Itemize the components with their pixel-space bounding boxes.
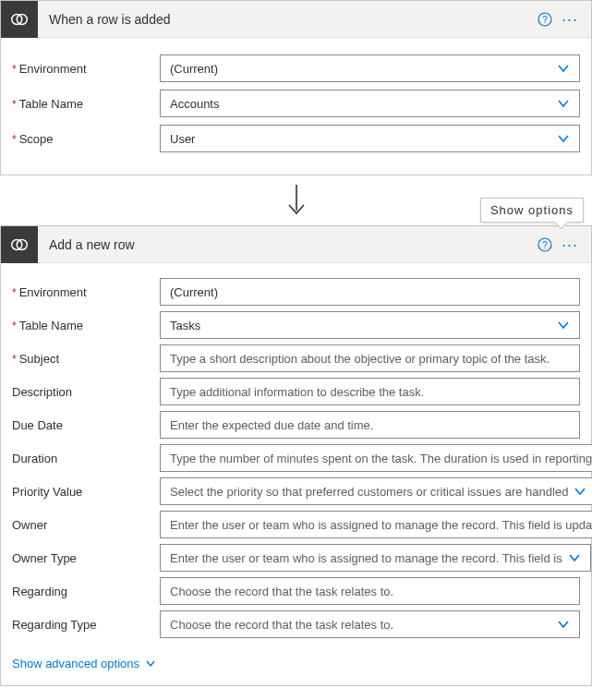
- duration-label: Duration: [12, 452, 160, 465]
- more-options-icon[interactable]: ···: [560, 7, 580, 31]
- table-name-dropdown[interactable]: Tasks: [160, 311, 580, 339]
- due-date-input[interactable]: Enter the expected due date and time.: [160, 411, 580, 439]
- action-header[interactable]: Add a new row ? ··· Show options: [1, 226, 591, 263]
- regarding-type-label: Regarding Type: [12, 618, 160, 632]
- chevron-down-icon: [557, 618, 570, 631]
- owner-type-label: Owner Type: [12, 551, 160, 565]
- priority-label: Priority Value: [12, 485, 160, 499]
- description-label: Description: [12, 385, 160, 399]
- environment-dropdown[interactable]: (Current): [160, 278, 580, 306]
- regarding-type-dropdown[interactable]: Choose the record that the task relates …: [160, 610, 580, 638]
- subject-label: *Subject: [12, 352, 160, 366]
- more-options-icon[interactable]: ··· Show options: [560, 233, 580, 257]
- show-options-tooltip: Show options: [480, 198, 584, 223]
- action-title: Add a new row: [38, 237, 538, 252]
- svg-text:?: ?: [542, 15, 548, 25]
- chevron-down-icon: [557, 97, 570, 110]
- duration-input[interactable]: Type the number of minutes spent on the …: [160, 444, 592, 472]
- help-icon[interactable]: ?: [538, 12, 552, 27]
- dataverse-connector-icon: [1, 1, 38, 38]
- owner-input[interactable]: Enter the user or team who is assigned t…: [160, 511, 592, 538]
- owner-label: Owner: [12, 518, 160, 532]
- trigger-header[interactable]: When a row is added ? ···: [1, 1, 591, 38]
- chevron-down-icon: [574, 485, 586, 498]
- help-icon[interactable]: ?: [538, 237, 552, 252]
- trigger-card: When a row is added ? ··· *Environment (…: [0, 0, 592, 175]
- owner-type-dropdown[interactable]: Enter the user or team who is assigned t…: [160, 544, 591, 572]
- chevron-down-icon: [568, 551, 581, 564]
- show-advanced-options-link[interactable]: Show advanced options: [12, 657, 156, 670]
- action-card: Add a new row ? ··· Show options *Enviro…: [0, 225, 592, 686]
- trigger-title: When a row is added: [38, 12, 538, 27]
- description-input[interactable]: Type additional information to describe …: [160, 378, 580, 405]
- subject-input[interactable]: Type a short description about the objec…: [160, 344, 580, 372]
- table-name-label: *Table Name: [12, 319, 160, 332]
- priority-dropdown[interactable]: Select the priority so that preferred cu…: [160, 477, 592, 505]
- environment-dropdown[interactable]: (Current): [160, 54, 580, 82]
- table-name-label: *Table Name: [12, 97, 160, 111]
- scope-dropdown[interactable]: User: [160, 125, 580, 152]
- table-name-dropdown[interactable]: Accounts: [160, 90, 580, 117]
- environment-label: *Environment: [12, 62, 160, 76]
- scope-label: *Scope: [12, 132, 160, 146]
- regarding-input[interactable]: Choose the record that the task relates …: [160, 577, 580, 605]
- chevron-down-icon: [557, 62, 570, 75]
- environment-label: *Environment: [12, 285, 160, 299]
- chevron-down-icon: [557, 132, 570, 145]
- svg-text:?: ?: [542, 240, 548, 250]
- due-date-label: Due Date: [12, 418, 160, 432]
- dataverse-connector-icon: [1, 226, 38, 263]
- chevron-down-icon: [557, 319, 570, 332]
- regarding-label: Regarding: [12, 585, 160, 598]
